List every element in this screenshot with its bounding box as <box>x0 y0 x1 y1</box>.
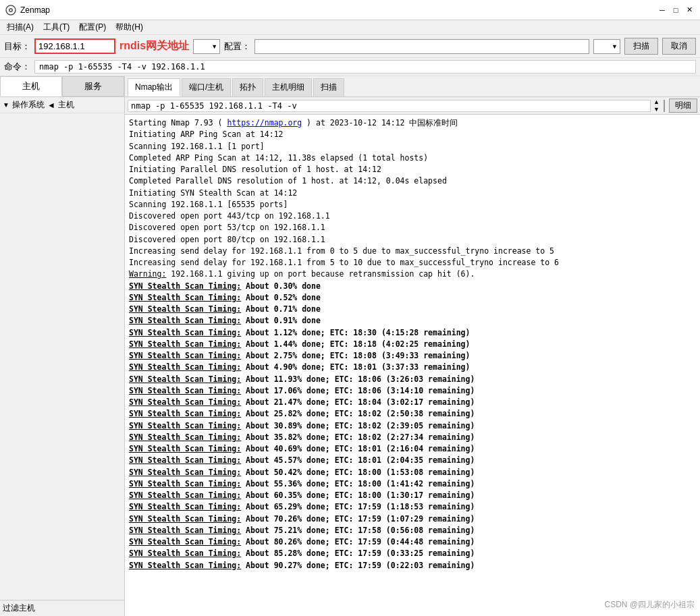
config-dropdown-wrapper: ▼ <box>593 39 620 54</box>
tab-scan[interactable]: 扫描 <box>313 78 344 96</box>
output-line: SYN Stealth Scan Timing: About 25.82% do… <box>129 408 696 420</box>
output-scroll[interactable]: Starting Nmap 7.93 ( https://nmap.org ) … <box>125 115 700 616</box>
command-row: 命令： nmap -p 1-65535 -T4 -v 192.168.1.1 <box>0 58 700 76</box>
output-line: SYN Stealth Scan Timing: About 80.26% do… <box>129 536 696 548</box>
scroll-up-icon[interactable]: ▲ <box>653 99 659 105</box>
output-line: Increasing send delay for 192.168.1.1 fr… <box>129 257 696 269</box>
maximize-button[interactable]: □ <box>670 5 681 16</box>
output-line: SYN Stealth Scan Timing: About 45.57% do… <box>129 455 696 466</box>
output-line: SYN Stealth Scan Timing: About 0.30% don… <box>129 281 696 292</box>
sidebar-content <box>0 113 124 600</box>
output-line: Discovered open port 443/tcp on 192.168.… <box>129 211 696 222</box>
minimize-button[interactable]: ─ <box>657 5 668 16</box>
tab-ports-hosts[interactable]: 端口/主机 <box>182 78 231 96</box>
config-dropdown[interactable] <box>593 39 620 54</box>
output-line: Increasing send delay for 192.168.1.1 fr… <box>129 246 696 257</box>
config-label: 配置： <box>224 40 250 53</box>
menu-scan[interactable]: 扫描(A) <box>3 20 38 34</box>
output-line: Scanning 192.168.1.1 [65535 ports] <box>129 199 696 211</box>
tab-topology[interactable]: 拓扑 <box>232 78 263 96</box>
sidebar: 主机 服务 ▼ 操作系统 ◄ 主机 过滤主机 <box>0 76 125 616</box>
watermark: CSDN @四儿家的小祖宗 <box>604 599 695 611</box>
target-dropdown[interactable] <box>193 39 220 54</box>
app-icon <box>5 5 16 16</box>
main-content: 主机 服务 ▼ 操作系统 ◄ 主机 过滤主机 Nmap输出 端口/主机 拓扑 主… <box>0 76 700 616</box>
target-hint: rndis网关地址 <box>119 39 189 53</box>
title-bar: Zenmap ─ □ ✕ <box>0 0 700 20</box>
sidebar-section-header: ▼ 操作系统 ◄ 主机 <box>0 97 124 113</box>
panel-tabs: Nmap输出 端口/主机 拓扑 主机明细 扫描 <box>125 76 700 97</box>
title-bar-controls: ─ □ ✕ <box>657 5 695 16</box>
output-line: SYN Stealth Scan Timing: About 0.71% don… <box>129 304 696 315</box>
svg-point-2 <box>10 9 12 11</box>
tab-nmap-output[interactable]: Nmap输出 <box>128 78 180 96</box>
main-window: Zenmap ─ □ ✕ 扫描(A) 工具(T) 配置(P) 帮助(H) 目标：… <box>0 0 700 616</box>
config-input[interactable] <box>254 39 589 54</box>
output-line: SYN Stealth Scan Timing: About 1.12% don… <box>129 327 696 339</box>
target-dropdown-wrapper: ▼ <box>193 39 220 54</box>
menu-tools[interactable]: 工具(T) <box>39 20 74 34</box>
sidebar-tabs: 主机 服务 <box>0 76 124 97</box>
output-line: SYN Stealth Scan Timing: About 11.93% do… <box>129 374 696 385</box>
output-line: SYN Stealth Scan Timing: About 85.28% do… <box>129 548 696 559</box>
scroll-down-icon[interactable]: ▼ <box>653 106 659 113</box>
tab-service[interactable]: 服务 <box>62 76 124 96</box>
menu-bar: 扫描(A) 工具(T) 配置(P) 帮助(H) <box>0 20 700 35</box>
output-line: Initiating Parallel DNS resolution of 1 … <box>129 164 696 175</box>
output-toolbar: ▲ ▼ 明细 <box>125 97 700 115</box>
cancel-button[interactable]: 取消 <box>662 38 696 55</box>
output-line: SYN Stealth Scan Timing: About 4.90% don… <box>129 362 696 373</box>
scroll-controls: ▲ ▼ <box>653 99 659 113</box>
output-line: Starting Nmap 7.93 ( https://nmap.org ) … <box>129 117 696 129</box>
output-line: SYN Stealth Scan Timing: About 2.75% don… <box>129 350 696 362</box>
detail-button[interactable]: 明细 <box>669 99 697 113</box>
output-line: Initiating SYN Stealth Scan at 14:12 <box>129 188 696 199</box>
chevron-down-icon: ▼ <box>3 101 9 109</box>
output-line: Discovered open port 53/tcp on 192.168.1… <box>129 222 696 233</box>
output-line: Discovered open port 80/tcp on 192.168.1… <box>129 234 696 246</box>
output-line: SYN Stealth Scan Timing: About 90.27% do… <box>129 560 696 571</box>
output-line: SYN Stealth Scan Timing: About 17.06% do… <box>129 385 696 397</box>
close-button[interactable]: ✕ <box>684 5 695 16</box>
output-line: Initiating ARP Ping Scan at 14:12 <box>129 129 696 140</box>
menu-help[interactable]: 帮助(H) <box>111 20 147 34</box>
target-input[interactable] <box>34 38 115 54</box>
output-line: SYN Stealth Scan Timing: About 60.35% do… <box>129 490 696 501</box>
output-line: SYN Stealth Scan Timing: About 55.36% do… <box>129 478 696 490</box>
output-line: SYN Stealth Scan Timing: About 1.44% don… <box>129 339 696 350</box>
scan-button[interactable]: 扫描 <box>624 38 658 55</box>
command-display-input[interactable] <box>128 100 651 112</box>
toolbar-row: 目标： rndis网关地址 ▼ 配置： ▼ 扫描 取消 <box>0 35 700 58</box>
tab-host[interactable]: 主机 <box>0 76 62 96</box>
command-label: 命令： <box>4 61 30 73</box>
command-value: nmap -p 1-65535 -T4 -v 192.168.1.1 <box>34 60 696 74</box>
output-line: Completed Parallel DNS resolution of 1 h… <box>129 175 696 187</box>
output-line: SYN Stealth Scan Timing: About 0.91% don… <box>129 315 696 327</box>
output-line: Warning: 192.168.1.1 giving up on port b… <box>129 269 696 280</box>
output-line: SYN Stealth Scan Timing: About 50.42% do… <box>129 467 696 478</box>
output-line: SYN Stealth Scan Timing: About 21.47% do… <box>129 397 696 408</box>
output-line: SYN Stealth Scan Timing: About 70.26% do… <box>129 513 696 525</box>
target-label: 目标： <box>4 40 30 53</box>
right-panel: Nmap输出 端口/主机 拓扑 主机明细 扫描 ▲ ▼ 明细 <box>125 76 700 616</box>
output-line: SYN Stealth Scan Timing: About 30.89% do… <box>129 420 696 432</box>
output-line: Scanning 192.168.1.1 [1 port] <box>129 141 696 152</box>
title-bar-title: Zenmap <box>20 5 50 15</box>
toolbar-divider <box>664 100 665 112</box>
filter-bar: 过滤主机 <box>0 600 124 616</box>
output-area: ▲ ▼ 明细 Starting Nmap 7.93 ( https://nmap… <box>125 97 700 616</box>
output-line: SYN Stealth Scan Timing: About 35.82% do… <box>129 432 696 443</box>
output-line: Completed ARP Ping Scan at 14:12, 11.38s… <box>129 152 696 164</box>
output-line: SYN Stealth Scan Timing: About 65.29% do… <box>129 501 696 513</box>
output-line: SYN Stealth Scan Timing: About 75.21% do… <box>129 525 696 536</box>
tab-host-detail[interactable]: 主机明细 <box>265 78 312 96</box>
title-bar-left: Zenmap <box>5 5 50 16</box>
section-os-label: 操作系统 <box>12 99 45 111</box>
output-line: SYN Stealth Scan Timing: About 40.69% do… <box>129 443 696 455</box>
section-separator: ◄ <box>47 101 55 110</box>
menu-config[interactable]: 配置(P) <box>75 20 110 34</box>
filter-label: 过滤主机 <box>3 603 35 614</box>
section-host-label: 主机 <box>58 99 74 111</box>
output-line: SYN Stealth Scan Timing: About 0.52% don… <box>129 292 696 304</box>
